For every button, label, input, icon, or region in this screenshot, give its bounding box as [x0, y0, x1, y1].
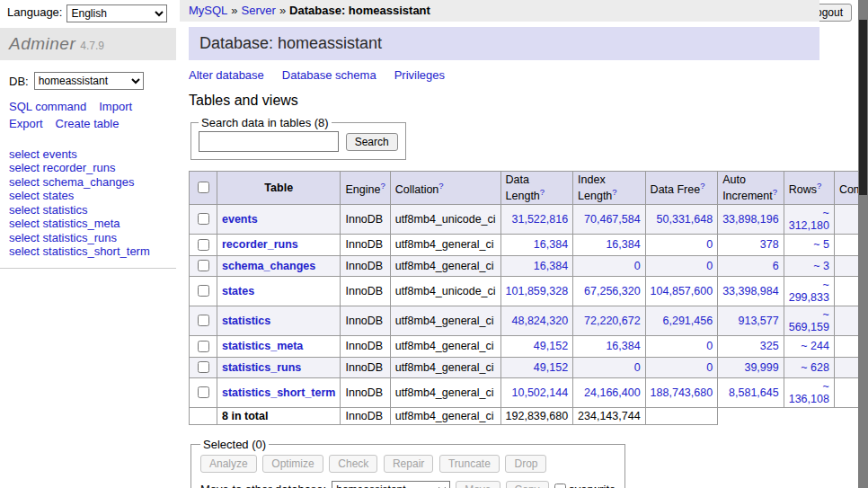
- list-item: select statistics_meta: [9, 217, 167, 231]
- help-link[interactable]: ?: [612, 187, 616, 197]
- index-length-link[interactable]: 72,220,672: [584, 315, 641, 327]
- table-link[interactable]: statistics: [222, 315, 270, 327]
- sidebar-item-select-statistics-runs[interactable]: select statistics_runs: [9, 231, 117, 244]
- row-checkbox[interactable]: [198, 239, 209, 251]
- language-select[interactable]: English: [66, 4, 167, 22]
- data-length-link[interactable]: 10,502,144: [512, 386, 569, 399]
- row-checkbox[interactable]: [198, 386, 209, 398]
- data-free-link[interactable]: 0: [706, 361, 713, 374]
- rows-link[interactable]: ~ 5: [813, 238, 829, 251]
- auto-increment-link[interactable]: 913,577: [739, 315, 779, 327]
- table-link[interactable]: statistics_meta: [222, 340, 303, 352]
- breadcrumb-mysql-link[interactable]: MySQL: [189, 4, 227, 17]
- index-length-cell: 16,384: [573, 336, 646, 358]
- table-link[interactable]: recorder_runs: [222, 238, 298, 251]
- auto-increment-link[interactable]: 378: [760, 238, 779, 251]
- table-link[interactable]: states: [222, 285, 254, 297]
- index-length-link[interactable]: 16,384: [606, 238, 640, 251]
- auto-increment-link[interactable]: 8,581,645: [729, 386, 779, 399]
- overwrite-checkbox[interactable]: [554, 484, 566, 488]
- index-length-cell: 24,166,400: [573, 378, 646, 408]
- import-link[interactable]: Import: [99, 100, 132, 113]
- breadcrumb-server-link[interactable]: Server: [242, 4, 276, 17]
- table-name-cell: schema_changes: [217, 255, 341, 277]
- sidebar-item-select-statistics-meta[interactable]: select statistics_meta: [9, 217, 120, 230]
- sidebar-item-select-events[interactable]: select events: [9, 147, 77, 161]
- sidebar-item-select-states[interactable]: select states: [9, 189, 74, 202]
- rows-link[interactable]: ~ 628: [801, 361, 829, 374]
- index-length-link[interactable]: 70,467,584: [584, 213, 641, 226]
- table-link[interactable]: schema_changes: [222, 260, 315, 272]
- auto-increment-link[interactable]: 6: [773, 260, 779, 272]
- index-length-link[interactable]: 67,256,320: [584, 285, 641, 297]
- export-link[interactable]: Export: [9, 117, 43, 130]
- vertical-scrollbar[interactable]: [858, 0, 868, 488]
- column-header-table: Table: [217, 172, 341, 205]
- data-free-link[interactable]: 0: [706, 340, 713, 352]
- auto-increment-link[interactable]: 325: [760, 340, 779, 352]
- help-link[interactable]: ?: [438, 181, 443, 191]
- auto-increment-link[interactable]: 39,999: [744, 361, 778, 374]
- index-length-link[interactable]: 0: [634, 361, 641, 374]
- rows-link[interactable]: ~ 312,180: [789, 207, 829, 233]
- data-free-link[interactable]: 6,291,456: [663, 315, 713, 327]
- index-length-link[interactable]: 0: [634, 260, 641, 272]
- rows-cell: ~ 136,108: [784, 378, 834, 408]
- index-length-link[interactable]: 24,166,400: [584, 386, 641, 399]
- table-link[interactable]: events: [222, 213, 258, 226]
- adminer-brand-link[interactable]: Adminer: [9, 34, 75, 53]
- data-free-link[interactable]: 188,743,680: [651, 386, 713, 399]
- search-button[interactable]: Search: [346, 133, 398, 151]
- sql-command-link[interactable]: SQL command: [9, 100, 86, 113]
- data-free-link[interactable]: 0: [706, 260, 713, 272]
- help-link[interactable]: ?: [700, 181, 704, 191]
- data-length-link[interactable]: 48,824,320: [512, 315, 569, 327]
- table-link[interactable]: statistics_runs: [222, 361, 301, 374]
- data-free-link[interactable]: 50,331,648: [657, 213, 713, 226]
- data-length-link[interactable]: 101,859,328: [506, 285, 569, 297]
- data-length-link[interactable]: 16,384: [534, 238, 568, 251]
- select-all-checkbox[interactable]: [198, 182, 209, 193]
- row-checkbox[interactable]: [198, 213, 209, 225]
- database-schema-link[interactable]: Database schema: [282, 68, 376, 82]
- index-length-link[interactable]: 16,384: [606, 340, 640, 352]
- rows-link[interactable]: ~ 244: [801, 340, 829, 352]
- table-link[interactable]: statistics_short_term: [222, 386, 335, 399]
- privileges-link[interactable]: Privileges: [394, 68, 445, 82]
- data-free-link[interactable]: 104,857,600: [651, 285, 713, 297]
- rows-link[interactable]: ~ 569,159: [789, 308, 829, 334]
- data-length-link[interactable]: 16,384: [534, 260, 568, 272]
- row-checkbox[interactable]: [198, 315, 209, 326]
- row-checkbox[interactable]: [198, 341, 209, 352]
- sidebar-item-select-schema-changes[interactable]: select schema_changes: [9, 175, 134, 189]
- search-input[interactable]: [199, 131, 339, 152]
- sidebar-item-select-statistics-short-term[interactable]: select statistics_short_term: [9, 244, 150, 258]
- alter-database-link[interactable]: Alter database: [189, 68, 264, 82]
- table-name-cell: recorder_runs: [217, 235, 341, 256]
- auto-increment-link[interactable]: 33,898,196: [722, 213, 779, 226]
- main-content: Database: homeassistant Alter databaseDa…: [180, 27, 819, 488]
- row-checkbox[interactable]: [198, 285, 209, 297]
- row-checkbox[interactable]: [198, 260, 209, 271]
- rows-link[interactable]: ~ 299,833: [789, 279, 829, 305]
- rows-link[interactable]: ~ 136,108: [789, 380, 829, 406]
- help-link[interactable]: ?: [773, 187, 777, 197]
- db-select[interactable]: homeassistant: [34, 72, 144, 90]
- data-free-cell: 0: [645, 357, 718, 378]
- rows-link[interactable]: ~ 3: [813, 260, 829, 272]
- sidebar-item-select-recorder-runs[interactable]: select recorder_runs: [9, 161, 116, 174]
- help-link[interactable]: ?: [817, 181, 821, 191]
- data-length-link[interactable]: 49,152: [534, 361, 568, 374]
- data-length-link[interactable]: 49,152: [534, 340, 568, 352]
- auto-increment-link[interactable]: 33,398,984: [722, 285, 779, 297]
- data-length-link[interactable]: 31,522,816: [512, 213, 569, 226]
- scrollbar-thumb[interactable]: [859, 20, 867, 195]
- data-length-cell: 49,152: [500, 336, 573, 358]
- row-checkbox[interactable]: [198, 361, 209, 373]
- help-link[interactable]: ?: [380, 181, 385, 191]
- help-link[interactable]: ?: [540, 187, 545, 197]
- sidebar-item-select-statistics[interactable]: select statistics: [9, 203, 87, 217]
- create-table-link-sidebar[interactable]: Create table: [56, 117, 120, 130]
- data-free-link[interactable]: 0: [706, 238, 713, 251]
- move-db-select[interactable]: homeassistant: [332, 481, 450, 488]
